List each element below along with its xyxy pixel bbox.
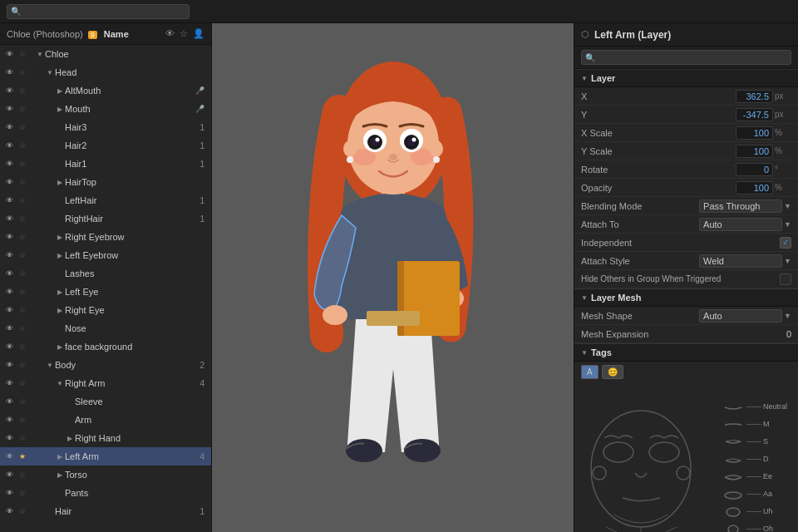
star-toggle[interactable]: ☆ — [17, 396, 28, 407]
tree-row[interactable]: 👁☆Right Arm4 — [0, 374, 211, 392]
eye-toggle[interactable]: 👁 — [3, 249, 15, 261]
tree-row[interactable]: 👁☆Arm — [0, 411, 211, 429]
tree-arrow[interactable] — [65, 433, 75, 443]
eye-toggle[interactable]: 👁 — [3, 85, 15, 96]
tree-row[interactable]: 👁☆Right Eye — [0, 301, 211, 319]
tree-row[interactable]: 👁☆Chloe — [0, 45, 211, 63]
eye-toggle[interactable]: 👁 — [3, 377, 15, 389]
tree-arrow[interactable] — [55, 342, 65, 352]
yscale-value-box[interactable]: 100 — [736, 145, 773, 158]
attach-to-select-box[interactable]: Auto Manual — [699, 218, 782, 231]
star-toggle[interactable]: ☆ — [17, 213, 28, 224]
tree-row[interactable]: 👁☆Head — [0, 63, 211, 81]
tree-arrow[interactable] — [55, 177, 65, 187]
y-value-box[interactable]: -347.5 — [736, 108, 773, 121]
tree-row[interactable]: 👁☆Hair21 — [0, 136, 211, 155]
tree-row[interactable]: 👁☆Sleeve — [0, 392, 211, 411]
star-toggle[interactable]: ☆ — [17, 432, 28, 444]
search-input[interactable] — [24, 7, 185, 17]
tree-row[interactable]: 👁☆Hair31 — [0, 118, 211, 136]
star-toggle[interactable]: ☆ — [17, 359, 28, 371]
eye-toggle[interactable]: 👁 — [3, 140, 15, 151]
independent-checkbox[interactable]: ✓ — [780, 237, 791, 249]
star-toggle[interactable]: ☆ — [17, 66, 28, 78]
eye-toggle[interactable]: 👁 — [3, 359, 15, 371]
x-value-box[interactable]: 362.5 — [736, 90, 773, 103]
star-toggle[interactable]: ☆ — [17, 103, 28, 115]
attach-style-select-box[interactable]: Weld Rigid — [699, 254, 782, 268]
eye-toggle[interactable]: 👁 — [3, 213, 15, 224]
eye-toggle[interactable]: 👁 — [3, 286, 15, 298]
star-toggle[interactable]: ☆ — [17, 323, 28, 334]
person-icon[interactable]: 👤 — [193, 28, 204, 39]
property-search-input[interactable] — [595, 52, 787, 62]
opacity-value-box[interactable]: 100 — [736, 181, 773, 195]
star-toggle[interactable]: ☆ — [17, 85, 28, 96]
tree-row[interactable]: 👁☆Left Eyebrow — [0, 246, 211, 264]
tree-row[interactable]: 👁☆RightHair1 — [0, 209, 211, 228]
rotate-value-box[interactable]: 0 — [736, 163, 773, 176]
eye-toggle[interactable]: 👁 — [3, 487, 15, 499]
tree-arrow[interactable] — [55, 104, 65, 114]
star-toggle[interactable]: ☆ — [17, 158, 28, 170]
tree-row[interactable]: 👁☆Lashes — [0, 264, 211, 283]
tree-arrow[interactable] — [55, 86, 65, 96]
eye-toggle[interactable]: 👁 — [3, 323, 15, 334]
eye-toggle[interactable]: 👁 — [3, 103, 15, 115]
xscale-value-box[interactable]: 100 — [736, 126, 773, 140]
star-toggle[interactable]: ★ — [17, 451, 28, 462]
tree-row[interactable]: 👁☆Left Eye — [0, 283, 211, 301]
tree-row[interactable]: 👁☆AltMouth🎤 — [0, 81, 211, 100]
star-toggle[interactable]: ☆ — [17, 268, 28, 279]
hide-others-checkbox[interactable] — [780, 273, 791, 285]
attach-style-select[interactable]: Weld Rigid — [703, 256, 778, 266]
tree-arrow[interactable] — [55, 287, 65, 297]
star-toggle[interactable]: ☆ — [17, 505, 28, 517]
layer-section-header[interactable]: ▼ Layer — [574, 69, 798, 87]
eye-toggle[interactable]: 👁 — [3, 304, 15, 316]
star-toggle[interactable]: ☆ — [17, 121, 28, 133]
star-toggle[interactable]: ☆ — [17, 341, 28, 352]
star-toggle[interactable]: ☆ — [17, 48, 28, 60]
tree-row[interactable]: 👁☆Right Eyebrow — [0, 228, 211, 246]
tree-row[interactable]: 👁☆Nose — [0, 319, 211, 337]
eye-icon[interactable]: 👁 — [165, 28, 175, 39]
eye-toggle[interactable]: 👁 — [3, 48, 15, 60]
tree-arrow[interactable] — [35, 49, 45, 59]
star-toggle[interactable]: ☆ — [17, 176, 28, 188]
tree-row[interactable]: 👁☆HairTop — [0, 173, 211, 191]
tree-row[interactable]: 👁☆Mouth🎤 — [0, 100, 211, 118]
star-toggle[interactable]: ☆ — [17, 249, 28, 261]
tree-arrow[interactable] — [55, 451, 65, 461]
eye-toggle[interactable]: 👁 — [3, 505, 15, 517]
tree-arrow[interactable] — [45, 360, 55, 370]
tree-arrow[interactable] — [55, 232, 65, 242]
tree-arrow[interactable] — [45, 67, 55, 77]
eye-toggle[interactable]: 👁 — [3, 341, 15, 352]
blending-select-box[interactable]: Pass Through Normal Multiply — [699, 200, 782, 213]
tags-section-header[interactable]: ▼ Tags — [574, 343, 798, 362]
tree-row[interactable]: 👁☆Hair1 — [0, 502, 211, 520]
layer-mesh-section-header[interactable]: ▼ Layer Mesh — [574, 288, 798, 307]
eye-toggle[interactable]: 👁 — [3, 66, 15, 78]
tag-a-button[interactable]: A — [581, 365, 598, 379]
tree-row[interactable]: 👁☆Body2 — [0, 356, 211, 374]
blending-select[interactable]: Pass Through Normal Multiply — [703, 201, 778, 211]
star-toggle[interactable]: ☆ — [17, 231, 28, 243]
eye-toggle[interactable]: 👁 — [3, 121, 15, 133]
eye-toggle[interactable]: 👁 — [3, 231, 15, 243]
star-toggle[interactable]: ☆ — [17, 377, 28, 389]
tree-arrow[interactable] — [55, 305, 65, 315]
tree-row[interactable]: 👁☆Torso — [0, 466, 211, 484]
eye-toggle[interactable]: 👁 — [3, 469, 15, 480]
star-toggle[interactable]: ☆ — [17, 195, 28, 206]
tree-row[interactable]: 👁☆LeftHair1 — [0, 191, 211, 209]
tree-arrow[interactable] — [55, 378, 65, 388]
tree-row[interactable]: 👁☆face background — [0, 337, 211, 356]
tree-arrow[interactable] — [55, 470, 65, 480]
top-search-bar[interactable]: 🔍 — [7, 4, 190, 19]
star-icon[interactable]: ☆ — [180, 28, 188, 39]
eye-toggle[interactable]: 👁 — [3, 195, 15, 206]
property-search-box[interactable]: 🔍 — [581, 50, 791, 65]
eye-toggle[interactable]: 👁 — [3, 268, 15, 279]
